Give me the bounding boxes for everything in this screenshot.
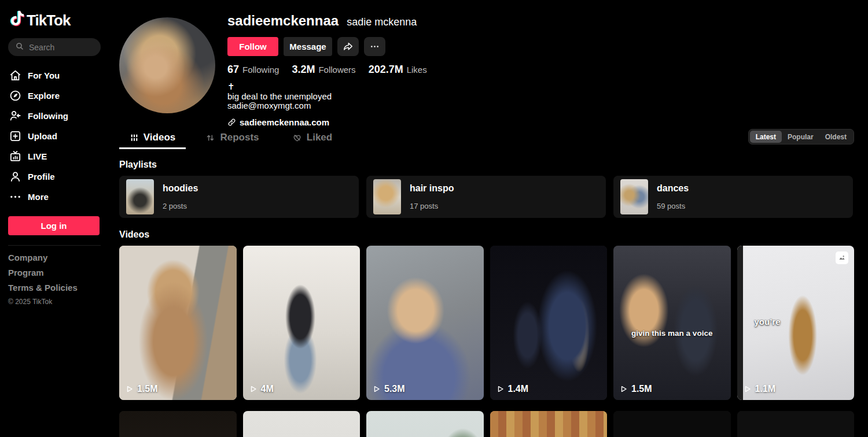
video-thumbnail <box>490 411 608 437</box>
sidebar-item-label: Profile <box>28 172 55 182</box>
tab-reposts[interactable]: Reposts <box>199 127 266 148</box>
video-caption: givin this man a voice <box>631 329 712 338</box>
footer-link-terms[interactable]: Terms & Policies <box>8 283 105 292</box>
video-card-7[interactable] <box>119 411 237 437</box>
playlist-card-hair-inspo[interactable]: hair inspo 17 posts <box>366 176 606 218</box>
playlists-heading: Playlists <box>119 160 854 170</box>
sidebar-item-profile[interactable]: Profile <box>8 166 105 187</box>
video-grid-row1: 1.5M 4M 5.3M 1.4M givin th <box>119 246 854 400</box>
tiktok-logo[interactable]: TikTok <box>8 10 105 30</box>
link-icon <box>227 118 236 127</box>
sidebar-item-label: Upload <box>28 131 57 141</box>
stat-following[interactable]: 67 Following <box>227 64 279 76</box>
profile-avatar[interactable] <box>119 17 215 113</box>
playlist-card-dances[interactable]: dances 59 posts <box>613 176 853 218</box>
tab-videos[interactable]: Videos <box>119 127 186 148</box>
stat-likes[interactable]: 202.7M Likes <box>369 64 427 76</box>
tab-liked[interactable]: Liked <box>279 127 345 148</box>
video-thumbnail <box>119 246 237 400</box>
video-thumbnail <box>366 246 484 400</box>
playlist-thumbnail <box>620 179 648 214</box>
message-button[interactable]: Message <box>284 37 332 56</box>
sidebar-item-label: Following <box>28 111 68 121</box>
tiktok-logo-text: TikTok <box>27 12 70 29</box>
profile-stats: 67 Following 3.2M Followers 202.7M Likes <box>227 64 427 76</box>
footer-link-company[interactable]: Company <box>8 253 105 262</box>
sidebar-divider <box>8 245 101 246</box>
tiktok-note-icon <box>8 9 25 31</box>
sort-oldest[interactable]: Oldest <box>819 131 852 143</box>
video-view-count: 4M <box>249 384 274 394</box>
video-thumbnail <box>490 246 608 400</box>
playlist-thumbnail <box>126 179 154 214</box>
sidebar-nav: For You Explore Following Upload LIVE <box>8 65 105 207</box>
videos-heading: Videos <box>119 229 854 240</box>
sidebar-item-label: Explore <box>28 91 60 101</box>
video-thumbnail <box>613 246 731 400</box>
sidebar-item-label: LIVE <box>28 151 47 161</box>
video-card-2[interactable]: 4M <box>243 246 361 400</box>
video-card-6[interactable]: you’re 1.1M <box>737 246 855 400</box>
play-icon <box>744 385 752 393</box>
ellipsis-icon <box>369 41 380 52</box>
sidebar-item-more[interactable]: More <box>8 187 105 207</box>
profile-icon <box>8 170 22 184</box>
login-button[interactable]: Log in <box>8 216 100 235</box>
profile-username: sadieemckennaa <box>227 13 339 29</box>
following-icon <box>8 109 22 123</box>
sort-popular[interactable]: Popular <box>782 131 819 143</box>
profile-website-link[interactable]: sadieemckennaa.com <box>227 117 427 127</box>
search-input[interactable] <box>29 43 94 52</box>
more-dots-icon <box>8 190 22 204</box>
video-card-10[interactable] <box>490 411 608 437</box>
profile-display-name: sadie mckenna <box>347 16 417 28</box>
repost-icon <box>205 133 215 143</box>
main-content: sadieemckennaa sadie mckenna Follow Mess… <box>119 0 854 437</box>
video-thumbnail <box>737 411 855 437</box>
search-bar[interactable] <box>8 38 101 56</box>
video-card-4[interactable]: 1.4M <box>490 246 608 400</box>
play-icon <box>373 385 381 393</box>
video-view-count: 1.1M <box>744 384 776 394</box>
profile-header: sadieemckennaa sadie mckenna Follow Mess… <box>119 0 854 126</box>
search-icon <box>15 42 24 53</box>
video-card-5[interactable]: givin this man a voice 1.5M <box>613 246 731 400</box>
home-icon <box>8 69 22 83</box>
sidebar-item-live[interactable]: LIVE <box>8 146 105 166</box>
sidebar-item-upload[interactable]: Upload <box>8 126 105 146</box>
videos-grid-icon <box>130 133 139 142</box>
video-card-12[interactable] <box>737 411 855 437</box>
video-thumbnail <box>243 246 361 400</box>
share-button[interactable] <box>337 37 359 56</box>
photo-carousel-icon <box>836 251 848 264</box>
play-icon <box>496 385 505 393</box>
sidebar-item-explore[interactable]: Explore <box>8 86 105 106</box>
video-card-1[interactable]: 1.5M <box>119 246 237 400</box>
upload-icon <box>8 129 22 143</box>
video-thumbnail <box>119 411 237 437</box>
sidebar: TikTok For You Explore Following <box>0 0 113 437</box>
sidebar-item-label: For You <box>28 71 60 80</box>
video-view-count: 1.5M <box>126 384 158 394</box>
footer-link-program[interactable]: Program <box>8 268 105 277</box>
stat-followers[interactable]: 3.2M Followers <box>292 64 355 76</box>
video-card-9[interactable] <box>366 411 484 437</box>
video-card-11[interactable] <box>613 411 731 437</box>
sidebar-item-following[interactable]: Following <box>8 106 105 126</box>
playlist-thumbnail <box>373 179 401 214</box>
sort-latest[interactable]: Latest <box>750 131 782 143</box>
playlists-row: hoodies 2 posts hair inspo 17 posts danc… <box>119 176 854 218</box>
play-icon <box>249 385 258 393</box>
video-view-count: 5.3M <box>373 384 405 394</box>
sidebar-item-for-you[interactable]: For You <box>8 65 105 86</box>
profile-tab-bar: Videos Reposts Liked Latest Popular Olde… <box>119 127 854 148</box>
follow-button[interactable]: Follow <box>227 37 278 56</box>
more-options-button[interactable] <box>364 37 385 56</box>
video-card-8[interactable] <box>243 411 361 437</box>
video-card-3[interactable]: 5.3M <box>366 246 484 400</box>
video-grid-row2 <box>119 411 854 437</box>
video-thumbnail <box>366 411 484 437</box>
play-icon <box>126 385 134 393</box>
video-view-count: 1.4M <box>496 384 529 394</box>
playlist-card-hoodies[interactable]: hoodies 2 posts <box>119 176 359 218</box>
